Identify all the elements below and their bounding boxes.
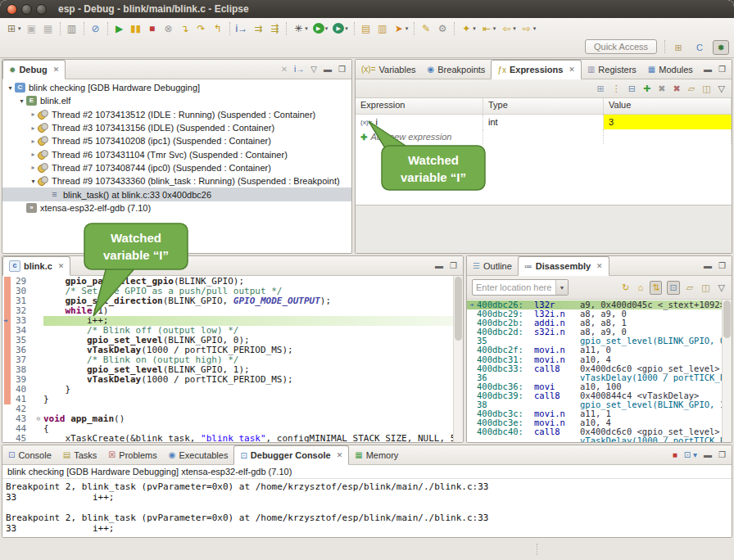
- instruction-stepping-button[interactable]: i→: [234, 22, 250, 35]
- instruction-stepping-toggle-icon[interactable]: i→: [294, 65, 304, 74]
- add-expression-row[interactable]: ✚ Add new expression: [356, 129, 732, 144]
- back-button[interactable]: ⇦▾: [499, 22, 518, 35]
- code-line[interactable]: 45 xTaskCreate(&blink_task, "blink_task"…: [2, 434, 454, 443]
- disassembly-source-line[interactable]: vTaskDelay(1000 / portTICK_PERI: [467, 436, 723, 443]
- scrollbar-thumb[interactable]: [723, 300, 731, 338]
- new-view-button[interactable]: ▱: [685, 282, 695, 294]
- editor-scrollbar[interactable]: [453, 276, 463, 443]
- expand-arrow-icon[interactable]: ▸: [29, 111, 38, 118]
- code-line[interactable]: 41}: [2, 395, 454, 404]
- annotation-margin[interactable]: [2, 414, 14, 424]
- debug-tree-row[interactable]: ▸Thread #7 1073408744 (ipc0) (Suspended …: [2, 161, 351, 174]
- tab-registers[interactable]: ▥Registers: [582, 60, 642, 79]
- maximize-icon[interactable]: ❐: [718, 450, 726, 459]
- save-button[interactable]: ▣: [25, 22, 39, 35]
- annotation-margin[interactable]: [2, 306, 14, 316]
- maximize-window-button[interactable]: [36, 4, 47, 15]
- home-button[interactable]: ⌂: [637, 282, 646, 293]
- show-source-button[interactable]: ⊡: [667, 281, 679, 295]
- scrollbar-thumb[interactable]: [455, 277, 462, 341]
- resume-button[interactable]: ▶: [112, 22, 127, 35]
- tab-outline[interactable]: ☰Outline: [467, 256, 518, 275]
- pin-editor-button[interactable]: ✦▾: [459, 22, 478, 35]
- remove-all-expressions-button[interactable]: ✖: [673, 84, 680, 94]
- debug-tree-row[interactable]: »xtensa-esp32-elf-gdb (7.10): [2, 201, 351, 215]
- save-all-button[interactable]: ▦: [41, 22, 56, 35]
- step-over-button[interactable]: ↷: [194, 22, 209, 35]
- use-step-filters-button[interactable]: ⇉: [251, 22, 265, 35]
- disassembly-scrollbar[interactable]: [722, 300, 732, 443]
- tab-expressions[interactable]: ƒxExpressions✕: [491, 60, 582, 79]
- minimize-icon[interactable]: ▬: [435, 261, 443, 270]
- debug-tree-row[interactable]: ≡blink_task() at blink.c:33 0x400dbc26: [2, 187, 351, 201]
- annotation-margin[interactable]: [2, 326, 14, 336]
- annotation-margin[interactable]: [2, 385, 14, 395]
- debug-perspective-button[interactable]: ✹: [713, 40, 729, 55]
- terminate-button[interactable]: ■: [145, 22, 160, 35]
- format-button[interactable]: ✎: [419, 22, 433, 35]
- open-element-button[interactable]: ▥: [375, 22, 390, 35]
- annotation-margin[interactable]: [2, 395, 14, 404]
- column-header-expression[interactable]: Expression: [356, 98, 483, 114]
- display-selected-console-icon[interactable]: ⊡ ▾: [684, 450, 697, 459]
- remove-expression-button[interactable]: ✖: [658, 84, 665, 94]
- view-menu-icon[interactable]: ▽: [310, 65, 317, 74]
- open-new-view-button[interactable]: ◫: [700, 282, 711, 294]
- tab-debug[interactable]: ✹Debug✕: [2, 60, 66, 79]
- close-window-button[interactable]: [7, 4, 17, 15]
- step-return-button[interactable]: ↰: [211, 22, 225, 35]
- tab-debugger-console[interactable]: ⊡Debugger Console✕: [233, 445, 349, 465]
- minimize-window-button[interactable]: [21, 4, 32, 15]
- build-button[interactable]: ▥: [65, 22, 79, 35]
- cpp-perspective-button[interactable]: C: [691, 40, 708, 55]
- tab-executables[interactable]: ◉Executables: [163, 445, 234, 464]
- annotation-margin[interactable]: ➜: [2, 316, 14, 326]
- tab-disassembly[interactable]: ≔Disassembly✕: [518, 256, 609, 276]
- maximize-icon[interactable]: ❐: [450, 261, 457, 270]
- view-menu-button[interactable]: ▽: [718, 84, 725, 94]
- tab-blink-c[interactable]: cblink.c✕: [2, 256, 70, 276]
- expand-arrow-icon[interactable]: ▸: [29, 151, 38, 158]
- remove-all-terminated-icon[interactable]: ✕: [281, 65, 288, 74]
- debug-tree-row[interactable]: ▾Thread #9 1073433360 (blink_task : Runn…: [2, 174, 351, 187]
- column-header-value[interactable]: Value: [604, 98, 732, 114]
- tab-console[interactable]: ⊡Console: [2, 445, 57, 464]
- expand-arrow-icon[interactable]: ▸: [29, 164, 38, 171]
- sync-with-context-button[interactable]: ⇅: [650, 281, 662, 295]
- add-expression-button[interactable]: ✚: [643, 84, 650, 94]
- external-tools-button[interactable]: ▶▾: [331, 22, 350, 34]
- annotation-margin[interactable]: [2, 296, 14, 306]
- fold-collapse-icon[interactable]: ⊖: [34, 414, 43, 424]
- annotation-margin[interactable]: [2, 375, 14, 385]
- disconnect-button[interactable]: ⊗: [161, 22, 176, 35]
- location-combo[interactable]: Enter location here ▼: [472, 279, 569, 296]
- terminate-console-icon[interactable]: ■: [673, 450, 677, 459]
- instruction-pointer-breakpoint-icon[interactable]: ➜: [3, 316, 7, 326]
- annotation-margin[interactable]: [2, 287, 14, 296]
- refresh-button[interactable]: ↻: [620, 282, 631, 294]
- new-view-button[interactable]: ▱: [688, 84, 695, 94]
- last-edit-location-button[interactable]: ⇤▾: [479, 22, 498, 35]
- tab-problems[interactable]: ☒Problems: [102, 445, 162, 464]
- step-into-button[interactable]: ↴: [178, 22, 193, 35]
- tab-variables[interactable]: (x)=Variables: [356, 60, 422, 79]
- quick-access-box[interactable]: Quick Access: [585, 39, 657, 54]
- code-line[interactable]: 43⊖void app_main(): [2, 414, 454, 424]
- flash-target-button[interactable]: ➤▾: [392, 22, 410, 35]
- collapse-all-button[interactable]: ⊟: [628, 84, 636, 94]
- suspend-button[interactable]: ▮▮: [129, 22, 143, 35]
- location-input[interactable]: Enter location here: [473, 282, 555, 292]
- annotation-margin[interactable]: [2, 424, 14, 434]
- annotation-margin[interactable]: [2, 365, 14, 375]
- combo-dropdown-icon[interactable]: ▼: [555, 280, 568, 295]
- tab-breakpoints[interactable]: ◉Breakpoints: [422, 60, 492, 79]
- annotation-margin[interactable]: [2, 404, 14, 414]
- minimize-icon[interactable]: ▬: [704, 65, 712, 74]
- show-type-names-button[interactable]: ⊞: [597, 84, 605, 94]
- forward-button[interactable]: ⇨▾: [519, 22, 538, 35]
- column-header-type[interactable]: Type: [483, 98, 604, 114]
- expand-arrow-icon[interactable]: ▾: [17, 97, 26, 105]
- close-tab-icon[interactable]: ✕: [596, 262, 603, 270]
- tab-tasks[interactable]: ▤Tasks: [57, 445, 103, 464]
- open-perspective-button[interactable]: ⊞: [670, 40, 686, 55]
